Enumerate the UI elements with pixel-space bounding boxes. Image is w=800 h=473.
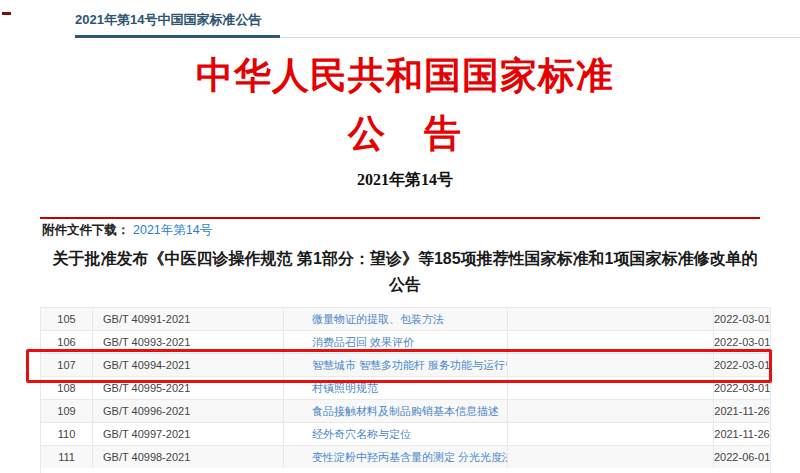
- row-number-cell: 110: [41, 423, 93, 446]
- attachment-row: 附件文件下载： 2021年第14号: [42, 222, 212, 239]
- standard-title-link[interactable]: 消费品召回 效果评价: [312, 336, 414, 348]
- standard-title-cell: 村镇照明规范: [284, 377, 508, 400]
- standard-code-cell: GB/T 40995-2021: [93, 377, 284, 400]
- standard-code-cell: GB/T 40994-2021: [93, 354, 284, 377]
- standard-title-link[interactable]: 智慧城市 智慧多功能杆 服务功能与运行管理规范: [312, 359, 508, 371]
- standard-title-cell: 经外奇穴名称与定位: [284, 423, 508, 446]
- standard-code-cell: GB/T 40997-2021: [93, 423, 284, 446]
- replaced-standard-cell: [508, 423, 714, 446]
- standards-table: 105 GB/T 40991-2021 微量物证的提取、包装方法 2022-03…: [40, 307, 771, 469]
- implementation-date-cell: 2022-06-01: [714, 446, 771, 469]
- standard-code-cell: GB/T 40993-2021: [93, 331, 284, 354]
- implementation-date-cell: 2021-11-26: [714, 423, 771, 446]
- standard-code-cell: GB/T 40998-2021: [93, 446, 284, 469]
- tab-active-indicator: [75, 35, 280, 38]
- announcement-title-line1: 关于批准发布《中医四诊操作规范 第1部分：望诊》等185项推荐性国家标准和1项国…: [40, 246, 770, 272]
- table-row: 109 GB/T 40996-2021 食品接触材料及制品购销基本信息描述 20…: [41, 400, 771, 423]
- standard-code-cell: GB/T 40996-2021: [93, 400, 284, 423]
- masthead-title: 中华人民共和国国家标准: [40, 56, 770, 97]
- standards-announcement-page: 2021年第14号中国国家标准公告 中华人民共和国国家标准 公 告 2021年第…: [0, 0, 800, 473]
- standard-title-cell: 智慧城市 智慧多功能杆 服务功能与运行管理规范: [284, 354, 508, 377]
- edge-mark: [2, 12, 11, 15]
- row-number-cell: 106: [41, 331, 93, 354]
- row-number-cell: 111: [41, 446, 93, 469]
- implementation-date-cell: 2022-03-01: [714, 377, 771, 400]
- standard-title-cell: 消费品召回 效果评价: [284, 331, 508, 354]
- standard-title-link[interactable]: 经外奇穴名称与定位: [312, 428, 411, 440]
- replaced-standard-cell: [508, 377, 714, 400]
- replaced-standard-cell: [508, 400, 714, 423]
- standard-title-link[interactable]: 村镇照明规范: [312, 382, 378, 394]
- table-row: 105 GB/T 40991-2021 微量物证的提取、包装方法 2022-03…: [41, 308, 771, 331]
- attachment-download-link[interactable]: 2021年第14号: [133, 223, 212, 237]
- standards-table-body: 105 GB/T 40991-2021 微量物证的提取、包装方法 2022-03…: [41, 308, 771, 469]
- row-number-cell: 109: [41, 400, 93, 423]
- standard-title-cell: 微量物证的提取、包装方法: [284, 308, 508, 331]
- standard-title-cell: 食品接触材料及制品购销基本信息描述: [284, 400, 508, 423]
- table-row: 107 GB/T 40994-2021 智慧城市 智慧多功能杆 服务功能与运行管…: [41, 354, 771, 377]
- replaced-standard-cell: [508, 331, 714, 354]
- partial-next-row: [40, 468, 771, 473]
- replaced-standard-cell: [508, 446, 714, 469]
- masthead-subtitle-gonggao: 公 告: [40, 114, 770, 155]
- standard-title-link[interactable]: 微量物证的提取、包装方法: [312, 313, 444, 325]
- issue-number: 2021年第14号: [40, 170, 770, 191]
- row-number-cell: 108: [41, 377, 93, 400]
- red-divider: [40, 217, 760, 219]
- tab-announcement-no14[interactable]: 2021年第14号中国国家标准公告: [75, 11, 261, 29]
- implementation-date-cell: 2022-03-01: [714, 331, 771, 354]
- implementation-date-cell: 2022-03-01: [714, 354, 771, 377]
- announcement-title-line2: 公告: [40, 272, 770, 298]
- standard-title-link[interactable]: 食品接触材料及制品购销基本信息描述: [312, 405, 499, 417]
- standard-title-link[interactable]: 变性淀粉中羟丙基含量的测定 分光光度法: [312, 451, 508, 463]
- row-number-cell: 105: [41, 308, 93, 331]
- replaced-standard-cell: [508, 308, 714, 331]
- table-row: 108 GB/T 40995-2021 村镇照明规范 2022-03-01: [41, 377, 771, 400]
- table-row: 111 GB/T 40998-2021 变性淀粉中羟丙基含量的测定 分光光度法 …: [41, 446, 771, 469]
- standard-code-cell: GB/T 40991-2021: [93, 308, 284, 331]
- table-row: 110 GB/T 40997-2021 经外奇穴名称与定位 2021-11-26: [41, 423, 771, 446]
- row-number-cell: 107: [41, 354, 93, 377]
- implementation-date-cell: 2021-11-26: [714, 400, 771, 423]
- replaced-standard-cell: [508, 354, 714, 377]
- announcement-title: 关于批准发布《中医四诊操作规范 第1部分：望诊》等185项推荐性国家标准和1项国…: [40, 246, 770, 298]
- table-row: 106 GB/T 40993-2021 消费品召回 效果评价 2022-03-0…: [41, 331, 771, 354]
- standard-title-cell: 变性淀粉中羟丙基含量的测定 分光光度法: [284, 446, 508, 469]
- attachment-label: 附件文件下载：: [42, 223, 130, 237]
- implementation-date-cell: 2022-03-01: [714, 308, 771, 331]
